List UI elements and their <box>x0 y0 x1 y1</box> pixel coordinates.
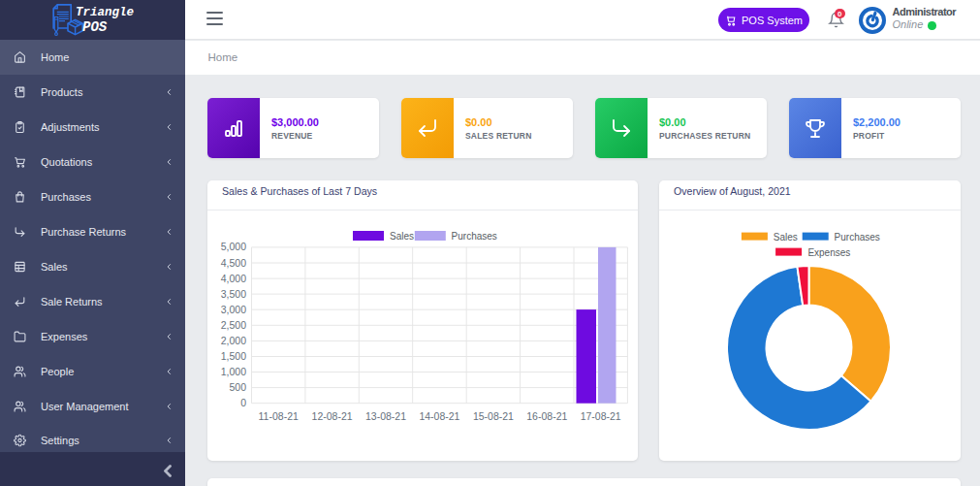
svg-text:1,000: 1,000 <box>221 366 246 377</box>
svg-text:4,000: 4,000 <box>221 273 246 284</box>
svg-text:5,000: 5,000 <box>221 241 246 252</box>
svg-text:1,500: 1,500 <box>221 350 246 362</box>
svg-text:14-08-21: 14-08-21 <box>419 410 459 422</box>
svg-text:13-08-21: 13-08-21 <box>365 410 406 422</box>
svg-text:2,500: 2,500 <box>221 319 246 331</box>
svg-text:17-08-21: 17-08-21 <box>581 410 621 422</box>
svg-text:Expenses: Expenses <box>807 247 850 258</box>
svg-text:11-08-21: 11-08-21 <box>259 410 299 422</box>
svg-text:500: 500 <box>229 381 246 393</box>
svg-text:3,500: 3,500 <box>221 288 246 300</box>
svg-text:Sales: Sales <box>774 232 798 243</box>
svg-text:Sales: Sales <box>390 231 414 242</box>
svg-text:12-08-21: 12-08-21 <box>312 410 353 422</box>
svg-text:3,000: 3,000 <box>221 304 246 315</box>
svg-text:0: 0 <box>240 397 246 408</box>
svg-text:Purchases: Purchases <box>452 231 497 242</box>
svg-text:2,000: 2,000 <box>221 335 246 346</box>
svg-text:Purchases: Purchases <box>835 232 880 243</box>
svg-text:4,500: 4,500 <box>221 257 246 269</box>
svg-text:16-08-21: 16-08-21 <box>526 410 567 422</box>
svg-text:15-08-21: 15-08-21 <box>473 410 514 422</box>
